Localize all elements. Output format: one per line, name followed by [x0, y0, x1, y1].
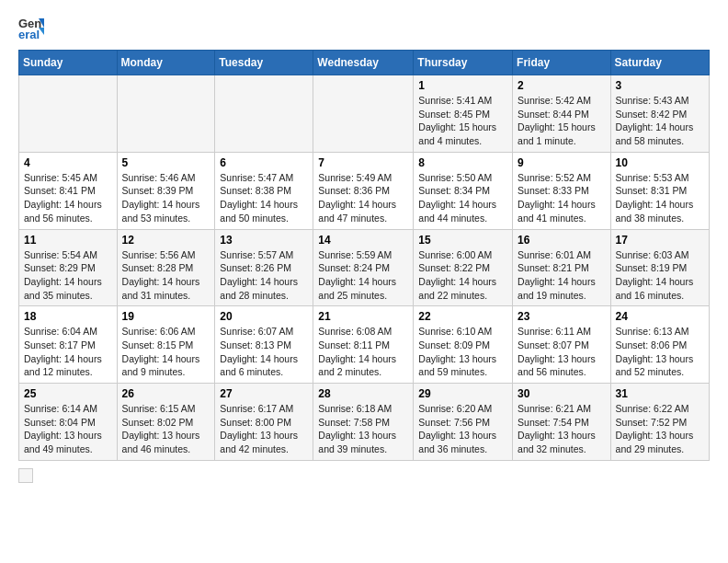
- day-number: 5: [122, 156, 210, 169]
- day-info: Sunrise: 6:10 AM Sunset: 8:09 PM Dayligh…: [418, 325, 507, 379]
- calendar-cell: 23Sunrise: 6:11 AM Sunset: 8:07 PM Dayli…: [513, 306, 611, 384]
- page-header: Gen eral: [18, 15, 710, 40]
- header-monday: Monday: [117, 51, 215, 75]
- day-number: 4: [24, 156, 112, 169]
- day-number: 2: [518, 79, 606, 92]
- calendar-header-row: SundayMondayTuesdayWednesdayThursdayFrid…: [19, 51, 710, 75]
- day-number: 15: [418, 234, 507, 247]
- calendar-cell: 29Sunrise: 6:20 AM Sunset: 7:56 PM Dayli…: [414, 384, 513, 461]
- day-number: 1: [418, 79, 507, 92]
- day-info: Sunrise: 5:56 AM Sunset: 8:28 PM Dayligh…: [122, 248, 210, 303]
- day-number: 6: [220, 156, 308, 169]
- day-info: Sunrise: 5:41 AM Sunset: 8:45 PM Dayligh…: [418, 94, 507, 148]
- calendar-cell: 4Sunrise: 5:45 AM Sunset: 8:41 PM Daylig…: [19, 152, 118, 229]
- calendar-cell: 25Sunrise: 6:14 AM Sunset: 8:04 PM Dayli…: [19, 384, 118, 461]
- header-sunday: Sunday: [19, 51, 118, 75]
- day-number: 10: [616, 156, 704, 169]
- day-number: 3: [616, 79, 704, 92]
- day-number: 25: [24, 387, 112, 400]
- calendar-cell: 21Sunrise: 6:08 AM Sunset: 8:11 PM Dayli…: [313, 306, 414, 384]
- calendar-cell: 2Sunrise: 5:42 AM Sunset: 8:44 PM Daylig…: [513, 75, 611, 153]
- day-info: Sunrise: 6:11 AM Sunset: 8:07 PM Dayligh…: [518, 325, 606, 379]
- day-number: 14: [318, 234, 408, 247]
- calendar-cell: [215, 75, 313, 153]
- day-number: 8: [418, 156, 507, 169]
- header-wednesday: Wednesday: [313, 51, 414, 75]
- day-number: 16: [518, 234, 606, 247]
- day-info: Sunrise: 6:08 AM Sunset: 8:11 PM Dayligh…: [318, 325, 408, 379]
- day-info: Sunrise: 5:52 AM Sunset: 8:33 PM Dayligh…: [518, 171, 606, 225]
- day-info: Sunrise: 6:22 AM Sunset: 7:52 PM Dayligh…: [616, 402, 704, 456]
- day-info: Sunrise: 5:54 AM Sunset: 8:29 PM Dayligh…: [24, 248, 112, 303]
- calendar-cell: 10Sunrise: 5:53 AM Sunset: 8:31 PM Dayli…: [610, 152, 709, 229]
- calendar-cell: [117, 75, 215, 153]
- calendar-cell: 14Sunrise: 5:59 AM Sunset: 8:24 PM Dayli…: [313, 229, 414, 306]
- calendar-cell: 5Sunrise: 5:46 AM Sunset: 8:39 PM Daylig…: [117, 152, 215, 229]
- day-number: 21: [318, 310, 408, 323]
- calendar-cell: 20Sunrise: 6:07 AM Sunset: 8:13 PM Dayli…: [215, 306, 313, 384]
- calendar-cell: 22Sunrise: 6:10 AM Sunset: 8:09 PM Dayli…: [414, 306, 513, 384]
- day-number: 22: [418, 310, 507, 323]
- calendar-table: SundayMondayTuesdayWednesdayThursdayFrid…: [18, 50, 710, 461]
- day-info: Sunrise: 6:13 AM Sunset: 8:06 PM Dayligh…: [616, 325, 704, 379]
- calendar-cell: 30Sunrise: 6:21 AM Sunset: 7:54 PM Dayli…: [513, 384, 611, 461]
- calendar-cell: [313, 75, 414, 153]
- day-info: Sunrise: 5:50 AM Sunset: 8:34 PM Dayligh…: [418, 171, 507, 225]
- calendar-cell: 1Sunrise: 5:41 AM Sunset: 8:45 PM Daylig…: [414, 75, 513, 153]
- calendar-cell: 15Sunrise: 6:00 AM Sunset: 8:22 PM Dayli…: [414, 229, 513, 306]
- day-info: Sunrise: 5:53 AM Sunset: 8:31 PM Dayligh…: [616, 171, 704, 225]
- day-info: Sunrise: 5:49 AM Sunset: 8:36 PM Dayligh…: [318, 171, 408, 225]
- day-number: 18: [24, 310, 112, 323]
- calendar-cell: 28Sunrise: 6:18 AM Sunset: 7:58 PM Dayli…: [313, 384, 414, 461]
- calendar-cell: 16Sunrise: 6:01 AM Sunset: 8:21 PM Dayli…: [513, 229, 611, 306]
- calendar-cell: 18Sunrise: 6:04 AM Sunset: 8:17 PM Dayli…: [19, 306, 118, 384]
- day-info: Sunrise: 6:07 AM Sunset: 8:13 PM Dayligh…: [220, 325, 308, 379]
- calendar-cell: 26Sunrise: 6:15 AM Sunset: 8:02 PM Dayli…: [117, 384, 215, 461]
- day-info: Sunrise: 5:47 AM Sunset: 8:38 PM Dayligh…: [220, 171, 308, 225]
- day-number: 19: [122, 310, 210, 323]
- day-info: Sunrise: 6:14 AM Sunset: 8:04 PM Dayligh…: [24, 402, 112, 456]
- calendar-week-4: 18Sunrise: 6:04 AM Sunset: 8:17 PM Dayli…: [19, 306, 710, 384]
- day-info: Sunrise: 5:42 AM Sunset: 8:44 PM Dayligh…: [518, 94, 606, 148]
- calendar-week-1: 1Sunrise: 5:41 AM Sunset: 8:45 PM Daylig…: [19, 75, 710, 153]
- calendar-week-5: 25Sunrise: 6:14 AM Sunset: 8:04 PM Dayli…: [19, 384, 710, 461]
- header-tuesday: Tuesday: [215, 51, 313, 75]
- calendar-cell: [19, 75, 118, 153]
- day-number: 12: [122, 234, 210, 247]
- day-number: 28: [318, 387, 408, 400]
- day-info: Sunrise: 6:04 AM Sunset: 8:17 PM Dayligh…: [24, 325, 112, 379]
- header-thursday: Thursday: [414, 51, 513, 75]
- calendar-cell: 12Sunrise: 5:56 AM Sunset: 8:28 PM Dayli…: [117, 229, 215, 306]
- header-friday: Friday: [513, 51, 611, 75]
- calendar-cell: 6Sunrise: 5:47 AM Sunset: 8:38 PM Daylig…: [215, 152, 313, 229]
- day-info: Sunrise: 5:59 AM Sunset: 8:24 PM Dayligh…: [318, 248, 408, 303]
- day-info: Sunrise: 6:15 AM Sunset: 8:02 PM Dayligh…: [122, 402, 210, 456]
- calendar-cell: 3Sunrise: 5:43 AM Sunset: 8:42 PM Daylig…: [610, 75, 709, 153]
- calendar-cell: 31Sunrise: 6:22 AM Sunset: 7:52 PM Dayli…: [610, 384, 709, 461]
- day-number: 11: [24, 234, 112, 247]
- day-info: Sunrise: 6:18 AM Sunset: 7:58 PM Dayligh…: [318, 402, 408, 456]
- calendar-cell: 9Sunrise: 5:52 AM Sunset: 8:33 PM Daylig…: [513, 152, 611, 229]
- day-number: 17: [616, 234, 704, 247]
- calendar-cell: 13Sunrise: 5:57 AM Sunset: 8:26 PM Dayli…: [215, 229, 313, 306]
- day-info: Sunrise: 6:20 AM Sunset: 7:56 PM Dayligh…: [418, 402, 507, 456]
- day-number: 7: [318, 156, 408, 169]
- svg-text:eral: eral: [18, 28, 40, 40]
- day-number: 24: [616, 310, 704, 323]
- calendar-week-2: 4Sunrise: 5:45 AM Sunset: 8:41 PM Daylig…: [19, 152, 710, 229]
- day-info: Sunrise: 5:57 AM Sunset: 8:26 PM Dayligh…: [220, 248, 308, 303]
- calendar-cell: 8Sunrise: 5:50 AM Sunset: 8:34 PM Daylig…: [414, 152, 513, 229]
- calendar-cell: 11Sunrise: 5:54 AM Sunset: 8:29 PM Dayli…: [19, 229, 118, 306]
- day-number: 26: [122, 387, 210, 400]
- calendar-cell: 17Sunrise: 6:03 AM Sunset: 8:19 PM Dayli…: [610, 229, 709, 306]
- day-number: 29: [418, 387, 507, 400]
- day-info: Sunrise: 6:01 AM Sunset: 8:21 PM Dayligh…: [518, 248, 606, 303]
- day-number: 9: [518, 156, 606, 169]
- calendar-cell: 7Sunrise: 5:49 AM Sunset: 8:36 PM Daylig…: [313, 152, 414, 229]
- header-saturday: Saturday: [610, 51, 709, 75]
- calendar-cell: 27Sunrise: 6:17 AM Sunset: 8:00 PM Dayli…: [215, 384, 313, 461]
- day-info: Sunrise: 6:00 AM Sunset: 8:22 PM Dayligh…: [418, 248, 507, 303]
- day-info: Sunrise: 5:43 AM Sunset: 8:42 PM Dayligh…: [616, 94, 704, 148]
- day-info: Sunrise: 6:21 AM Sunset: 7:54 PM Dayligh…: [518, 402, 606, 456]
- day-number: 23: [518, 310, 606, 323]
